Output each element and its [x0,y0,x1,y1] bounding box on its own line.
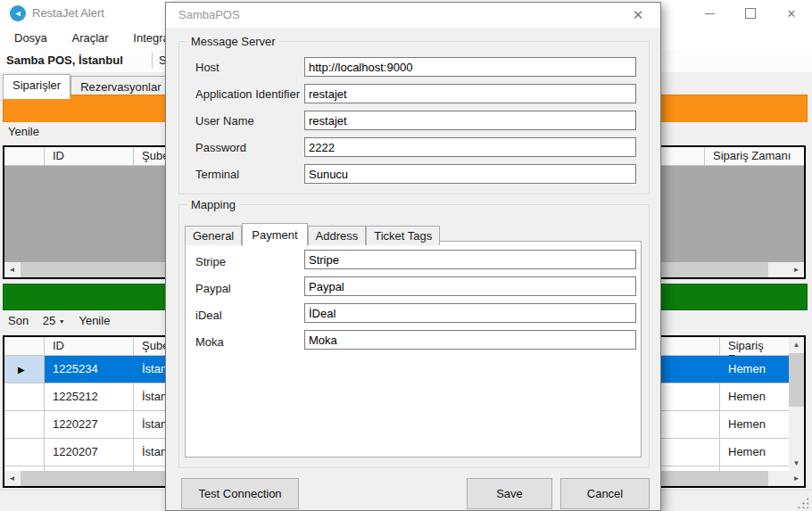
close-button[interactable]: ✕ [771,0,812,27]
maximize-icon [745,8,756,19]
recent-count-value: 25 [43,314,55,327]
column-header-id[interactable]: ID [45,337,134,355]
resize-grip-icon[interactable] [797,497,808,508]
orders-refresh-button[interactable]: Yenile [3,122,45,141]
moka-label: Moka [195,334,224,351]
moka-input[interactable] [304,330,636,350]
dialog-close-button[interactable]: ✕ [623,3,653,28]
ideal-label: iDeal [195,307,222,325]
column-header-selector [4,337,45,355]
mapping-tabstrip: General Payment Address Ticket Tags [185,222,440,245]
application-identifier-input[interactable] [304,84,636,103]
close-icon: ✕ [633,7,644,23]
recent-count-dropdown[interactable]: 25 ▼ [37,311,70,330]
recent-vscrollbar[interactable]: ▲ ▼ [789,337,804,471]
tab-payment[interactable]: Payment [242,223,307,246]
scroll-right-icon[interactable]: ► [789,471,804,486]
dialog-titlebar: SambaPOS ✕ [166,3,660,28]
dialog-title: SambaPOS [178,8,240,21]
ideal-input[interactable] [304,303,636,323]
screen: ◄ RestaJet Alert ✕ Dosya Araçlar Integra… [0,0,812,511]
column-header-order-time[interactable]: Sipariş Zamanı [705,147,804,165]
application-identifier-label: Application Identifier [195,86,300,103]
recent-refresh-button[interactable]: Yenile [73,311,115,330]
sambapos-dialog: SambaPOS ✕ Message Server Host Applicati… [165,2,661,511]
row-selector-cell [4,439,45,466]
message-server-legend: Message Server [187,35,279,48]
mapping-legend: Mapping [187,198,239,211]
paypal-input[interactable] [304,276,636,296]
user-name-label: User Name [195,112,254,130]
row-selector-cell [4,383,45,410]
scroll-right-icon[interactable]: ► [789,262,804,277]
stripe-label: Stripe [195,253,226,271]
cancel-button[interactable]: Cancel [560,478,650,509]
row-selector-cell: ▶ [4,356,45,383]
host-label: Host [195,59,220,77]
scroll-left-icon[interactable]: ◄ [4,262,20,277]
main-window-title: RestaJet Alert [32,6,104,20]
tab-general[interactable]: General [185,226,242,245]
close-icon: ✕ [787,7,797,21]
row-selector-cell [4,411,45,438]
cell-id: 1225234 [45,356,134,383]
column-header-id[interactable]: ID [45,147,134,165]
chevron-down-icon: ▼ [59,318,65,325]
terminal-label: Terminal [195,166,239,184]
password-input[interactable] [304,137,636,157]
minimize-icon [705,13,715,14]
stripe-input[interactable] [304,250,636,269]
host-input[interactable] [304,57,636,77]
toolbar-separator [152,53,153,69]
paypal-label: Paypal [195,280,231,298]
scroll-up-icon[interactable]: ▲ [789,337,804,352]
save-button[interactable]: Save [467,478,552,509]
menu-araclar[interactable]: Araçlar [61,27,119,50]
column-header-selector [4,147,45,165]
cell-id: 1225212 [45,383,134,410]
cell-id: 1220227 [45,411,134,438]
scroll-down-icon[interactable]: ▼ [789,456,804,471]
menu-dosya[interactable]: Dosya [4,27,58,50]
recent-vscroll-thumb[interactable] [789,353,804,407]
recent-last-label: Son [3,311,34,330]
terminal-input[interactable] [304,164,636,184]
maximize-button[interactable] [730,0,771,27]
tab-ticket-tags[interactable]: Ticket Tags [366,226,440,245]
scroll-left-icon[interactable]: ◄ [4,471,20,486]
app-icon: ◄ [10,5,26,21]
minimize-button[interactable] [689,0,730,27]
tab-siparisler[interactable]: Siparişler [3,74,70,99]
user-name-input[interactable] [304,111,636,130]
store-label: Samba POS, İstanbul [6,54,123,67]
tab-address[interactable]: Address [308,226,367,245]
row-selector-icon: ▶ [12,365,25,375]
cell-id: 1220207 [45,439,134,466]
test-connection-button[interactable]: Test Connection [181,478,299,509]
password-label: Password [195,139,246,157]
